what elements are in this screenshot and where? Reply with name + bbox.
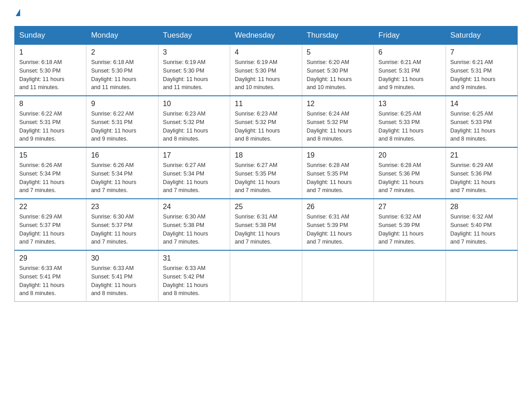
day-info: Sunrise: 6:27 AMSunset: 5:35 PMDaylight:… — [235, 161, 297, 195]
day-number: 1 — [19, 48, 82, 56]
calendar-cell: 16Sunrise: 6:26 AMSunset: 5:34 PMDayligh… — [86, 147, 158, 199]
day-number: 6 — [378, 48, 441, 56]
day-info: Sunrise: 6:31 AMSunset: 5:38 PMDaylight:… — [235, 213, 297, 246]
calendar-cell: 28Sunrise: 6:32 AMSunset: 5:40 PMDayligh… — [446, 199, 517, 250]
calendar-cell — [446, 250, 517, 302]
day-number: 3 — [163, 48, 225, 56]
day-number: 5 — [307, 48, 369, 56]
day-info: Sunrise: 6:22 AMSunset: 5:31 PMDaylight:… — [19, 110, 82, 143]
day-info: Sunrise: 6:31 AMSunset: 5:39 PMDaylight:… — [307, 213, 369, 246]
day-number: 22 — [19, 203, 82, 211]
day-number: 28 — [450, 203, 513, 211]
day-info: Sunrise: 6:19 AMSunset: 5:30 PMDaylight:… — [163, 58, 225, 92]
calendar-cell: 30Sunrise: 6:33 AMSunset: 5:41 PMDayligh… — [86, 250, 158, 302]
calendar-cell: 17Sunrise: 6:27 AMSunset: 5:34 PMDayligh… — [158, 147, 230, 199]
calendar-cell: 26Sunrise: 6:31 AMSunset: 5:39 PMDayligh… — [302, 199, 373, 250]
day-info: Sunrise: 6:25 AMSunset: 5:33 PMDaylight:… — [450, 110, 513, 143]
day-info: Sunrise: 6:33 AMSunset: 5:41 PMDaylight:… — [19, 264, 82, 298]
calendar-cell: 5Sunrise: 6:20 AMSunset: 5:30 PMDaylight… — [302, 45, 373, 96]
calendar-week-row: 8Sunrise: 6:22 AMSunset: 5:31 PMDaylight… — [15, 96, 518, 147]
day-info: Sunrise: 6:26 AMSunset: 5:34 PMDaylight:… — [19, 161, 82, 195]
day-number: 17 — [163, 151, 225, 159]
day-number: 4 — [235, 48, 297, 56]
day-number: 8 — [19, 100, 82, 108]
day-number: 13 — [378, 100, 441, 108]
day-number: 31 — [163, 254, 225, 262]
weekday-header-monday: Monday — [86, 26, 158, 45]
calendar-week-row: 22Sunrise: 6:29 AMSunset: 5:37 PMDayligh… — [15, 199, 518, 250]
day-number: 30 — [91, 254, 153, 262]
day-number: 9 — [91, 100, 153, 108]
calendar-cell: 31Sunrise: 6:33 AMSunset: 5:42 PMDayligh… — [158, 250, 230, 302]
weekday-header-wednesday: Wednesday — [230, 26, 302, 45]
day-info: Sunrise: 6:21 AMSunset: 5:31 PMDaylight:… — [378, 58, 441, 92]
day-info: Sunrise: 6:32 AMSunset: 5:40 PMDaylight:… — [450, 213, 513, 246]
day-info: Sunrise: 6:33 AMSunset: 5:42 PMDaylight:… — [163, 264, 225, 298]
calendar-cell: 22Sunrise: 6:29 AMSunset: 5:37 PMDayligh… — [15, 199, 86, 250]
calendar-cell: 21Sunrise: 6:29 AMSunset: 5:36 PMDayligh… — [446, 147, 517, 199]
day-number: 10 — [163, 100, 225, 108]
logo — [14, 11, 20, 18]
calendar-cell — [302, 250, 373, 302]
weekday-header-thursday: Thursday — [302, 26, 373, 45]
day-info: Sunrise: 6:28 AMSunset: 5:35 PMDaylight:… — [307, 161, 369, 195]
day-number: 14 — [450, 100, 513, 108]
day-info: Sunrise: 6:18 AMSunset: 5:30 PMDaylight:… — [19, 58, 82, 92]
calendar-cell: 11Sunrise: 6:23 AMSunset: 5:32 PMDayligh… — [230, 96, 302, 147]
weekday-header-saturday: Saturday — [446, 26, 517, 45]
day-info: Sunrise: 6:30 AMSunset: 5:37 PMDaylight:… — [91, 213, 153, 246]
day-info: Sunrise: 6:29 AMSunset: 5:37 PMDaylight:… — [19, 213, 82, 246]
day-info: Sunrise: 6:19 AMSunset: 5:30 PMDaylight:… — [235, 58, 297, 92]
day-info: Sunrise: 6:18 AMSunset: 5:30 PMDaylight:… — [91, 58, 153, 92]
day-number: 21 — [450, 151, 513, 159]
page-header — [14, 11, 518, 18]
day-info: Sunrise: 6:29 AMSunset: 5:36 PMDaylight:… — [450, 161, 513, 195]
day-number: 20 — [378, 151, 441, 159]
calendar-cell: 4Sunrise: 6:19 AMSunset: 5:30 PMDaylight… — [230, 45, 302, 96]
calendar-cell: 19Sunrise: 6:28 AMSunset: 5:35 PMDayligh… — [302, 147, 373, 199]
calendar-cell: 13Sunrise: 6:25 AMSunset: 5:33 PMDayligh… — [374, 96, 446, 147]
calendar-cell — [230, 250, 302, 302]
day-info: Sunrise: 6:24 AMSunset: 5:32 PMDaylight:… — [307, 110, 369, 143]
day-info: Sunrise: 6:30 AMSunset: 5:38 PMDaylight:… — [163, 213, 225, 246]
day-number: 2 — [91, 48, 153, 56]
calendar-table: SundayMondayTuesdayWednesdayThursdayFrid… — [14, 26, 518, 302]
calendar-cell: 18Sunrise: 6:27 AMSunset: 5:35 PMDayligh… — [230, 147, 302, 199]
calendar-cell: 8Sunrise: 6:22 AMSunset: 5:31 PMDaylight… — [15, 96, 86, 147]
calendar-cell: 23Sunrise: 6:30 AMSunset: 5:37 PMDayligh… — [86, 199, 158, 250]
day-number: 29 — [19, 254, 82, 262]
calendar-header-row: SundayMondayTuesdayWednesdayThursdayFrid… — [15, 26, 518, 45]
day-info: Sunrise: 6:21 AMSunset: 5:31 PMDaylight:… — [450, 58, 513, 92]
calendar-cell: 27Sunrise: 6:32 AMSunset: 5:39 PMDayligh… — [374, 199, 446, 250]
day-info: Sunrise: 6:20 AMSunset: 5:30 PMDaylight:… — [307, 58, 369, 92]
day-number: 11 — [235, 100, 297, 108]
calendar-cell: 14Sunrise: 6:25 AMSunset: 5:33 PMDayligh… — [446, 96, 517, 147]
day-number: 19 — [307, 151, 369, 159]
calendar-week-row: 1Sunrise: 6:18 AMSunset: 5:30 PMDaylight… — [15, 45, 518, 96]
day-number: 23 — [91, 203, 153, 211]
calendar-cell: 10Sunrise: 6:23 AMSunset: 5:32 PMDayligh… — [158, 96, 230, 147]
calendar-week-row: 15Sunrise: 6:26 AMSunset: 5:34 PMDayligh… — [15, 147, 518, 199]
calendar-cell: 7Sunrise: 6:21 AMSunset: 5:31 PMDaylight… — [446, 45, 517, 96]
day-info: Sunrise: 6:23 AMSunset: 5:32 PMDaylight:… — [163, 110, 225, 143]
day-number: 12 — [307, 100, 369, 108]
day-number: 26 — [307, 203, 369, 211]
day-info: Sunrise: 6:23 AMSunset: 5:32 PMDaylight:… — [235, 110, 297, 143]
day-info: Sunrise: 6:25 AMSunset: 5:33 PMDaylight:… — [378, 110, 441, 143]
day-info: Sunrise: 6:33 AMSunset: 5:41 PMDaylight:… — [91, 264, 153, 298]
day-number: 24 — [163, 203, 225, 211]
day-number: 18 — [235, 151, 297, 159]
day-info: Sunrise: 6:32 AMSunset: 5:39 PMDaylight:… — [378, 213, 441, 246]
day-info: Sunrise: 6:27 AMSunset: 5:34 PMDaylight:… — [163, 161, 225, 195]
calendar-cell: 20Sunrise: 6:28 AMSunset: 5:36 PMDayligh… — [374, 147, 446, 199]
calendar-cell: 2Sunrise: 6:18 AMSunset: 5:30 PMDaylight… — [86, 45, 158, 96]
weekday-header-sunday: Sunday — [15, 26, 86, 45]
day-info: Sunrise: 6:22 AMSunset: 5:31 PMDaylight:… — [91, 110, 153, 143]
day-number: 7 — [450, 48, 513, 56]
calendar-cell — [374, 250, 446, 302]
calendar-cell: 6Sunrise: 6:21 AMSunset: 5:31 PMDaylight… — [374, 45, 446, 96]
calendar-cell: 29Sunrise: 6:33 AMSunset: 5:41 PMDayligh… — [15, 250, 86, 302]
calendar-cell: 12Sunrise: 6:24 AMSunset: 5:32 PMDayligh… — [302, 96, 373, 147]
day-number: 16 — [91, 151, 153, 159]
weekday-header-tuesday: Tuesday — [158, 26, 230, 45]
